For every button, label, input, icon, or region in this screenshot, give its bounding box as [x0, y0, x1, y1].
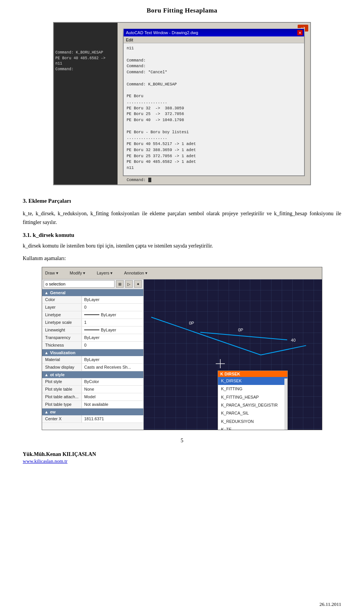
prop-label-centerx: Center X	[42, 415, 82, 423]
toolbar-draw[interactable]: Draw ▾	[45, 271, 58, 276]
general-section-label: General	[50, 290, 66, 295]
cad-toolbar: Draw ▾ Modify ▾ Layers ▾ Annotation ▾	[42, 267, 322, 279]
prop-row-plot-type: Plot table type Not available	[42, 401, 143, 408]
props-btn-2[interactable]: ▷	[125, 280, 133, 288]
footer-name: Yük.Müh.Kenan KILIÇASLAN	[23, 451, 341, 457]
prop-value-thickness[interactable]: 0	[82, 342, 143, 349]
plot-section-label: ot style	[50, 372, 65, 377]
prop-value-plotstyle[interactable]: ByColor	[82, 378, 143, 385]
prop-value-plot-attach[interactable]: Model	[82, 393, 143, 401]
props-btn-3[interactable]: ✦	[134, 280, 142, 288]
prop-label-color: Color	[42, 296, 82, 303]
prop-value-shadow[interactable]: Casts and Receives Sh...	[82, 364, 143, 371]
toolbar-layers[interactable]: Layers ▾	[97, 271, 113, 276]
selection-bar: o selection ⊞ ▷ ✦	[42, 279, 143, 289]
prop-label-plotstyle-table: Plot style table	[42, 386, 82, 393]
prop-label-plot-type: Plot table type	[42, 401, 82, 408]
svg-text:0P: 0P	[238, 328, 243, 332]
prop-row-lineweight: Lineweight ByLayer	[42, 326, 143, 334]
general-section-header[interactable]: ▲ General	[42, 289, 143, 296]
close-icon[interactable]: ✕	[297, 30, 303, 35]
footer-website[interactable]: www.kilicaslan.nom.tr	[23, 458, 341, 464]
ew-collapse-icon: ▲	[44, 410, 49, 414]
prop-row-transparency: Transparency ByLayer	[42, 334, 143, 342]
ew-section-header[interactable]: ▲ ew	[42, 408, 143, 415]
prop-label-layer: Layer	[42, 304, 82, 311]
cad-ui-inner: Draw ▾ Modify ▾ Layers ▾ Annotation ▾ o …	[42, 267, 322, 430]
edit-menu[interactable]: Edit	[126, 38, 133, 42]
prop-value-centerx[interactable]: 1811.6371	[82, 415, 143, 423]
prop-row-layer: Layer 0	[42, 304, 143, 311]
prop-value-transparency[interactable]: ByLayer	[82, 334, 143, 341]
selection-dropdown[interactable]: o selection	[44, 280, 115, 288]
prop-label-transparency: Transparency	[42, 334, 82, 341]
page-title: Boru Fitting Hesaplama	[0, 0, 364, 18]
section3-body: k_te, k_dirsek, k_reduksiyon, k_fitting …	[23, 209, 341, 227]
svg-line-2	[261, 345, 306, 355]
visualization-section-header[interactable]: ▲ Visualization	[42, 349, 143, 356]
autocad-right-area: x2 AutoCAD Text Window - Drawing2.dwg ✕ …	[118, 23, 310, 184]
prop-row-color: Color ByLayer	[42, 296, 143, 304]
prop-row-linescale: Linetype scale 1	[42, 319, 143, 326]
prop-value-linescale[interactable]: 1	[82, 319, 143, 326]
prop-label-plotstyle: Plot style	[42, 378, 82, 385]
prop-row-material: Material ByLayer	[42, 356, 143, 364]
toolbar-annotation[interactable]: Annotation ▾	[124, 271, 147, 276]
cad-viewport: 0P 0P 40 K DIRSEK K_DIRSEK K_FITTING K_F…	[144, 279, 322, 430]
page-footer: Yük.Müh.Kenan KILIÇASLAN www.kilicaslan.…	[23, 451, 341, 464]
prop-label-material: Material	[42, 356, 82, 363]
prop-label-plot-attach: Plot table attach...	[42, 393, 82, 401]
subsection31-body: k_dirsek komutu ile istenilen boru tipi …	[23, 241, 341, 250]
prop-value-lineweight[interactable]: ByLayer	[82, 326, 143, 334]
prop-value-plot-type[interactable]: Not available	[82, 401, 143, 408]
prop-row-shadow: Shadow display Casts and Receives Sh...	[42, 364, 143, 371]
toolbar-modify[interactable]: Modify ▾	[70, 271, 85, 276]
autocad-window-title: AutoCAD Text Window - Drawing2.dwg	[126, 30, 198, 35]
context-menu: K DIRSEK K_DIRSEK K_FITTING K_FITTING_HE…	[218, 371, 288, 430]
ew-section-label: ew	[50, 410, 56, 414]
prop-value-layer[interactable]: 0	[82, 304, 143, 311]
prop-row-plot-attach: Plot table attach... Model	[42, 393, 143, 401]
autocad-menubar: Edit	[124, 36, 304, 43]
ctx-item-kfitting[interactable]: K_FITTING	[218, 385, 287, 393]
autocad-content: n11 Command: Command: Command: *Cancel* …	[124, 43, 304, 185]
ctx-item-kparca-sil[interactable]: K_PARCA_SIL	[218, 409, 287, 417]
autocad-left-panel: Command: K_BORU_HESAP PE Boru 40 485.658…	[54, 23, 118, 184]
subsection31-heading: 3.1. k_dirsek komutu	[23, 232, 341, 238]
ctx-trigger-label: K DIRSEK	[218, 371, 287, 377]
autocad-screenshot: Command: K_BORU_HESAP PE Boru 40 485.658…	[53, 22, 311, 185]
section3-heading: 3. Ekleme Parçaları	[23, 197, 341, 205]
properties-panel: o selection ⊞ ▷ ✦ ▲ General Color ByLaye…	[42, 279, 144, 430]
prop-value-color[interactable]: ByLayer	[82, 296, 143, 303]
ctx-scrollbar[interactable]	[284, 378, 287, 430]
plot-section-header[interactable]: ▲ ot style	[42, 371, 143, 378]
cmd-line-4: Command:	[55, 67, 116, 73]
lineweight-swatch	[84, 330, 99, 330]
cad-ui-screenshot: Draw ▾ Modify ▾ Layers ▾ Annotation ▾ o …	[42, 267, 322, 430]
autocad-text-window: AutoCAD Text Window - Drawing2.dwg ✕ Edi…	[123, 28, 305, 176]
prop-row-plotstyle-table: Plot style table None	[42, 386, 143, 393]
prop-label-linescale: Linetype scale	[42, 319, 82, 326]
usage-label: Kullanım aşamaları:	[23, 255, 341, 262]
autocad-titlebar: AutoCAD Text Window - Drawing2.dwg ✕	[124, 29, 304, 36]
ctx-item-kdirsek[interactable]: K_DIRSEK	[218, 377, 287, 385]
cmd-line-1: Command: K_BORU_HESAP	[55, 50, 116, 56]
ctx-item-kfitting-hesap[interactable]: K_FITTING_HESAP	[218, 393, 287, 401]
prop-row-linetype: Linetype ByLayer	[42, 311, 143, 319]
ctx-item-kparca-sayisi[interactable]: K_PARCA_SAYISI_DEGISTIR	[218, 401, 287, 409]
linetype-swatch	[84, 314, 99, 315]
svg-text:0P: 0P	[189, 321, 194, 325]
props-btn-1[interactable]: ⊞	[116, 280, 124, 288]
prop-value-linetype[interactable]: ByLayer	[82, 311, 143, 319]
selection-text: o selection	[46, 282, 66, 286]
prop-row-centerx: Center X 1811.6371	[42, 415, 143, 423]
prop-value-plotstyle-table[interactable]: None	[82, 386, 143, 393]
general-collapse-icon: ▲	[44, 290, 49, 295]
ctx-item-kreduksiyon[interactable]: K_REDUKSIYON	[218, 418, 287, 426]
prop-value-material[interactable]: ByLayer	[82, 356, 143, 363]
prop-label-thickness: Thickness	[42, 342, 82, 349]
prop-label-shadow: Shadow display	[42, 364, 82, 371]
prop-label-linetype: Linetype	[42, 311, 82, 319]
svg-text:40: 40	[291, 338, 295, 342]
ctx-item-kte[interactable]: K_TE	[218, 426, 287, 430]
